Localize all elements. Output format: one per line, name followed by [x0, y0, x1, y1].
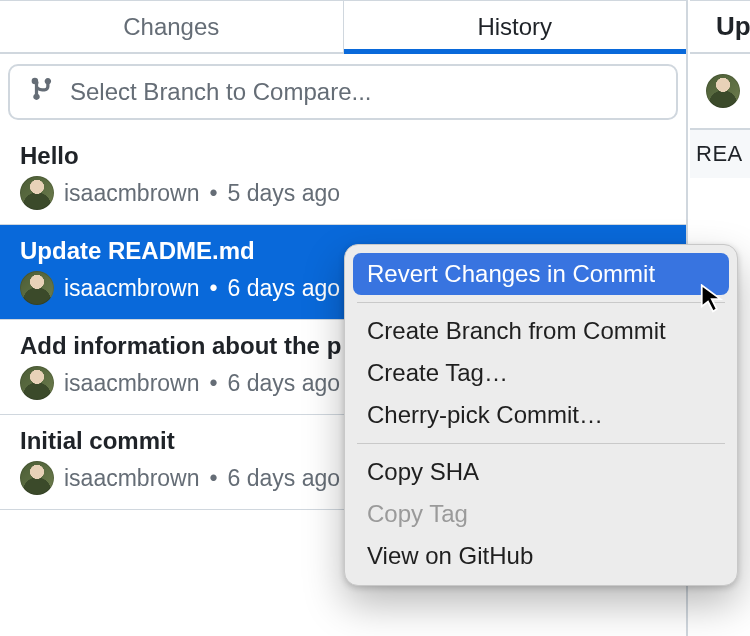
- git-branch-icon: [30, 76, 56, 108]
- detail-author-row: [690, 54, 750, 130]
- commit-title: Hello: [20, 142, 666, 170]
- tab-changes[interactable]: Changes: [0, 0, 343, 52]
- menu-cherry-pick[interactable]: Cherry-pick Commit…: [353, 394, 729, 436]
- menu-revert-changes[interactable]: Revert Changes in Commit: [353, 253, 729, 295]
- avatar: [20, 461, 54, 495]
- tab-label: Changes: [123, 13, 219, 41]
- avatar: [706, 74, 740, 108]
- menu-create-tag[interactable]: Create Tag…: [353, 352, 729, 394]
- separator-dot: •: [210, 180, 218, 207]
- menu-separator: [357, 302, 725, 303]
- menu-view-on-github[interactable]: View on GitHub: [353, 535, 729, 577]
- menu-copy-tag: Copy Tag: [353, 493, 729, 535]
- commit-author: isaacmbrown: [64, 465, 200, 492]
- commit-time: 6 days ago: [228, 370, 341, 397]
- commit-author: isaacmbrown: [64, 370, 200, 397]
- commit-time: 6 days ago: [228, 465, 341, 492]
- commit-time: 6 days ago: [228, 275, 341, 302]
- changed-file-row[interactable]: REA: [690, 130, 750, 178]
- commit-author: isaacmbrown: [64, 180, 200, 207]
- menu-copy-sha[interactable]: Copy SHA: [353, 451, 729, 493]
- commit-row[interactable]: Hello isaacmbrown • 5 days ago: [0, 130, 686, 225]
- separator-dot: •: [210, 465, 218, 492]
- branch-compare-select[interactable]: Select Branch to Compare...: [8, 64, 678, 120]
- separator-dot: •: [210, 275, 218, 302]
- branch-compare-placeholder: Select Branch to Compare...: [70, 78, 371, 106]
- menu-separator: [357, 443, 725, 444]
- commit-author: isaacmbrown: [64, 275, 200, 302]
- avatar: [20, 176, 54, 210]
- menu-create-branch[interactable]: Create Branch from Commit: [353, 310, 729, 352]
- tab-label: History: [477, 13, 552, 41]
- avatar: [20, 366, 54, 400]
- detail-title: Up: [690, 0, 750, 54]
- separator-dot: •: [210, 370, 218, 397]
- commit-time: 5 days ago: [228, 180, 341, 207]
- tab-bar: Changes History: [0, 0, 686, 54]
- changed-file-name: REA: [696, 141, 743, 167]
- avatar: [20, 271, 54, 305]
- tab-history[interactable]: History: [343, 0, 687, 52]
- commit-context-menu: Revert Changes in Commit Create Branch f…: [344, 244, 738, 586]
